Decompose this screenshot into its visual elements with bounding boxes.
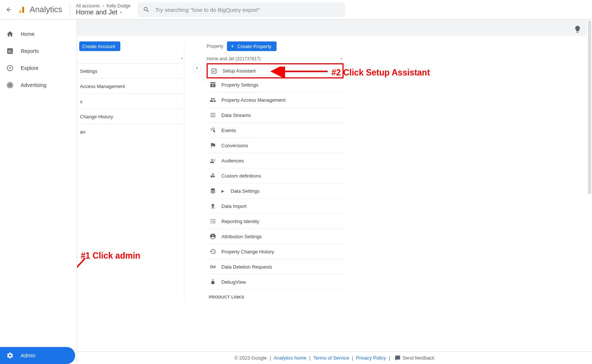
back-button[interactable] [4, 5, 13, 14]
sidebar-item-admin[interactable]: Admin [0, 347, 75, 364]
account-selector[interactable] [77, 54, 184, 64]
sidebar: Home Reports Explore Advertising Admin [0, 20, 77, 364]
chevron-down-icon [119, 10, 123, 14]
flag-icon [210, 142, 216, 149]
footer: © 2023 Google | Analytics home | Terms o… [77, 351, 592, 364]
search-input[interactable] [155, 7, 340, 13]
arrow-left-icon [6, 6, 12, 13]
svg-rect-0 [19, 10, 21, 13]
property-change-history-link[interactable]: Property Change History [207, 244, 344, 259]
account-settings-link[interactable]: Settings [77, 64, 184, 79]
account-filters-link[interactable]: s [77, 94, 184, 109]
sidebar-item-home[interactable]: Home [0, 26, 75, 43]
property-column: Property Create Property Home and Jet (3… [207, 41, 344, 303]
caret-right-icon: ▶ [221, 189, 224, 193]
data-import-link[interactable]: Data Import [207, 199, 344, 214]
conversions-link[interactable]: Conversions [207, 138, 344, 153]
search-icon [143, 6, 150, 13]
attribution-icon [210, 233, 216, 240]
reporting-identity-link[interactable]: Reporting Identity [207, 214, 344, 229]
sidebar-item-advertising[interactable]: Advertising [0, 77, 75, 94]
send-feedback-button[interactable]: Send feedback [395, 355, 435, 361]
sidebar-item-explore[interactable]: Explore [0, 60, 75, 77]
home-icon [6, 30, 14, 38]
footer-privacy-link[interactable]: Privacy Policy [356, 355, 386, 361]
arrow-right-circle-icon [194, 65, 200, 71]
gear-icon [6, 351, 14, 360]
audiences-link[interactable]: Audiences [207, 153, 344, 168]
product-name: Analytics [30, 5, 62, 14]
column-collapse-button[interactable] [193, 64, 201, 73]
account-access-management-link[interactable]: Access Management [77, 79, 184, 94]
reports-icon [6, 47, 14, 55]
scrollbar-thumb[interactable] [588, 20, 591, 194]
dd-icon: Dd [210, 263, 216, 270]
chevron-down-icon [339, 57, 344, 61]
lightbulb-icon [573, 25, 582, 33]
setup-assistant-link[interactable]: Setup Assistant [207, 63, 344, 78]
chevron-down-icon [180, 56, 184, 61]
identity-icon [210, 218, 216, 225]
create-account-button[interactable]: Create Account [79, 41, 120, 51]
insights-button[interactable] [573, 25, 582, 33]
property-selector[interactable]: Home and Jet (321737617) [207, 54, 344, 64]
main-content: Create Account Settings Access Managemen… [77, 20, 592, 351]
advertising-icon [6, 81, 14, 89]
footer-analytics-home-link[interactable]: Analytics home [274, 355, 306, 361]
account-column: Create Account Settings Access Managemen… [77, 41, 184, 303]
audience-icon [210, 157, 216, 164]
explore-icon [6, 64, 14, 72]
account-trash-link[interactable]: an [77, 124, 184, 139]
feedback-icon [395, 355, 401, 361]
breadcrumb-top: All accounts Kelly Dodge [76, 3, 130, 9]
svg-rect-1 [22, 7, 24, 13]
sidebar-item-label: Admin [21, 353, 36, 358]
people-icon [210, 97, 216, 103]
header: Analytics All accounts Kelly Dodge Home … [0, 0, 592, 20]
upload-icon [210, 203, 216, 209]
click-icon [210, 127, 216, 134]
account-change-history-link[interactable]: Change History [77, 109, 184, 124]
events-link[interactable]: Events [207, 123, 344, 138]
property-access-management-link[interactable]: Property Access Management [207, 92, 344, 108]
plus-icon [230, 44, 235, 49]
streams-icon [210, 112, 216, 118]
chevron-right-icon [101, 4, 105, 8]
search-bar[interactable] [138, 2, 345, 17]
data-streams-link[interactable]: Data Streams [207, 108, 344, 123]
copyright-text: © 2023 Google [234, 355, 267, 361]
attribution-settings-link[interactable]: Attribution Settings [207, 229, 344, 244]
breadcrumb[interactable]: All accounts Kelly Dodge Home and Jet [70, 3, 130, 16]
checkbox-outline-icon [211, 68, 217, 74]
sidebar-item-label: Explore [21, 65, 38, 71]
debugview-link[interactable]: DebugView [207, 274, 344, 290]
analytics-logo[interactable]: Analytics [18, 5, 62, 14]
sidebar-item-label: Reports [21, 48, 39, 54]
property-column-title: Property [207, 44, 223, 49]
analytics-logo-icon [18, 5, 27, 14]
scrollbar-track[interactable] [587, 20, 592, 351]
history-icon [210, 248, 216, 255]
property-settings-link[interactable]: Property Settings [207, 77, 344, 92]
database-icon [210, 188, 216, 194]
sidebar-item-label: Advertising [21, 82, 46, 88]
footer-terms-link[interactable]: Terms of Service [313, 355, 349, 361]
layout-icon [210, 81, 216, 88]
data-settings-link[interactable]: ▶ Data Settings [207, 183, 344, 199]
create-property-button[interactable]: Create Property [227, 41, 277, 51]
debug-icon [210, 279, 216, 285]
sidebar-item-reports[interactable]: Reports [0, 43, 75, 60]
shapes-icon [210, 172, 216, 179]
product-links-heading: PRODUCT LINKS [207, 290, 344, 303]
breadcrumb-property-selector[interactable]: Home and Jet [76, 9, 130, 16]
sidebar-item-label: Home [21, 31, 34, 37]
custom-definitions-link[interactable]: Custom definitions [207, 168, 344, 183]
data-deletion-requests-link[interactable]: Dd Data Deletion Requests [207, 259, 344, 274]
